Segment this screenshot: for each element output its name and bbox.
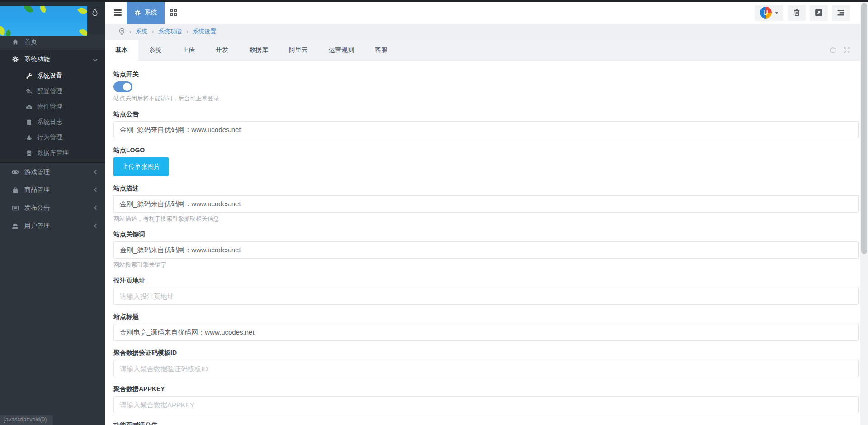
sidebar-item-system-logs[interactable]: 系统日志 [0, 114, 105, 130]
sidebar-item-products[interactable]: 商品管理 [0, 181, 105, 199]
field-label: 功能页喊话公告 [113, 421, 859, 425]
field-label: 站点LOGO [113, 146, 859, 154]
refresh-icon[interactable] [829, 47, 837, 54]
field-site-keywords: 站点关键词 网站搜索引擎关键字 [113, 230, 859, 269]
site-description-input[interactable] [113, 195, 859, 212]
leaf-decoration [77, 6, 87, 16]
breadcrumb-link-system-functions[interactable]: 系统功能 [158, 28, 182, 36]
field-hint: 网站描述，有利于搜索引擎抓取相关信息 [113, 215, 859, 222]
sidebar-item-announcements[interactable]: 发布公告 [0, 199, 105, 217]
tab-database[interactable]: 数据库 [239, 40, 278, 61]
field-betting-page-url: 投注页地址 [113, 276, 859, 305]
upload-image-button[interactable]: 上传单张图片 [113, 157, 169, 176]
expand-icon[interactable] [843, 47, 850, 54]
sidebar-item-users[interactable]: 用户管理 [0, 217, 105, 235]
shopping-bag-icon [11, 186, 19, 194]
sidebar-item-attachments[interactable]: 附件管理 [0, 99, 105, 114]
cloud-upload-icon [26, 104, 33, 110]
sidebar-item-behavior[interactable]: 行为管理 [0, 130, 105, 145]
sidebar-submenu: 系统设置 配置管理 附件管理 [0, 68, 105, 162]
site-keywords-input[interactable] [113, 241, 859, 259]
breadcrumb-link-system-settings[interactable]: 系统设置 [193, 28, 216, 36]
field-function-page-notice: 功能页喊话公告 [113, 421, 859, 425]
tab-operation-rules[interactable]: 运营规则 [318, 40, 364, 61]
field-site-description: 站点描述 网站描述，有利于搜索引擎抓取相关信息 [113, 184, 859, 222]
sidebar-item-config[interactable]: 配置管理 [0, 84, 105, 99]
site-switch-toggle[interactable] [113, 81, 132, 92]
tab-basic[interactable]: 基本 [105, 40, 138, 61]
field-label: 站点公告 [113, 110, 859, 118]
window-top-strip [0, 0, 868, 2]
chevron-down-icon [93, 57, 98, 62]
field-label: 站点标题 [113, 312, 859, 321]
sidebar-item-label: 首页 [24, 38, 37, 46]
trash-button[interactable] [788, 5, 806, 21]
hamburger-icon[interactable] [108, 2, 127, 24]
tabbar-tools [829, 40, 850, 61]
sidebar-item-home[interactable]: 首页 [0, 34, 105, 50]
home-icon [11, 38, 19, 46]
field-label: 站点描述 [113, 184, 859, 192]
list-button[interactable] [832, 5, 850, 21]
sidebar-item-label: 系统功能 [24, 55, 50, 63]
leaf-decoration [39, 6, 47, 13]
tab-customer-service[interactable]: 客服 [364, 40, 398, 61]
sidebar-item-label: 游戏管理 [24, 168, 50, 176]
field-site-switch: 站点开关 站点关闭后将不能访问，后台可正常登录 [113, 70, 859, 102]
field-site-announcement: 站点公告 [113, 110, 859, 138]
tab-aliyun[interactable]: 阿里云 [278, 40, 318, 61]
newspaper-icon [11, 204, 19, 212]
external-link-icon [815, 9, 823, 17]
juhe-appkey-input[interactable] [113, 396, 859, 413]
breadcrumb-separator: › [186, 28, 188, 35]
chevron-left-icon [94, 224, 99, 228]
main-area: 系统 U › 系统 › 系统功能 › [105, 2, 860, 425]
tab-system[interactable]: 系统 [138, 40, 172, 61]
tab-upload[interactable]: 上传 [172, 40, 205, 61]
sidebar-item-system-settings[interactable]: 系统设置 [0, 68, 105, 84]
browser-status-text: javascript:void(0) [0, 415, 53, 425]
sidebar: 首页 系统功能 系统设置 [0, 0, 105, 425]
breadcrumb-separator: › [152, 28, 154, 35]
site-announcement-input[interactable] [113, 121, 859, 138]
sidebar-item-games[interactable]: 游戏管理 [0, 163, 105, 181]
sidebar-header [0, 0, 105, 34]
field-site-title: 站点标题 [113, 312, 859, 341]
chevron-left-icon [94, 206, 99, 210]
page-scrollbar[interactable] [860, 2, 868, 425]
map-marker-icon [119, 28, 125, 35]
sidebar-menu: 首页 系统功能 系统设置 [0, 34, 105, 235]
breadcrumb-link-system[interactable]: 系统 [136, 28, 147, 36]
book-icon [26, 119, 33, 126]
tab-develop[interactable]: 开发 [205, 40, 239, 61]
juhe-captcha-template-id-input[interactable] [113, 360, 859, 377]
user-avatar-dropdown[interactable]: U [755, 5, 783, 21]
apps-grid-icon[interactable] [165, 2, 183, 24]
topbar-tab-label: 系统 [145, 9, 157, 17]
sidebar-item-label: 商品管理 [24, 186, 50, 194]
sidebar-item-label: 系统日志 [37, 118, 62, 126]
field-label: 聚合数据APPKEY [113, 385, 859, 393]
settings-form: 站点开关 站点关闭后将不能访问，后台可正常登录 站点公告 站点LOGO 上传单张… [105, 61, 860, 425]
site-title-input[interactable] [113, 324, 859, 341]
leaf-decoration [24, 6, 33, 14]
sidebar-item-label: 数据库管理 [37, 149, 69, 157]
field-juhe-appkey: 聚合数据APPKEY [113, 385, 859, 413]
topbar-tab-system[interactable]: 系统 [127, 2, 165, 24]
sidebar-item-database[interactable]: 数据库管理 [0, 145, 105, 161]
field-site-logo: 站点LOGO 上传单张图片 [113, 146, 859, 176]
scrollbar-thumb[interactable] [861, 3, 867, 254]
gear-icon [11, 56, 19, 63]
chevron-left-icon [94, 170, 99, 175]
field-juhe-captcha-template-id: 聚合数据验证码模板ID [113, 349, 859, 377]
external-link-button[interactable] [810, 5, 828, 21]
betting-page-url-input[interactable] [113, 288, 859, 305]
droplet-icon[interactable] [87, 6, 103, 20]
database-icon [26, 150, 33, 156]
sidebar-item-label: 配置管理 [37, 87, 62, 95]
field-label: 聚合数据验证码模板ID [113, 349, 859, 357]
bug-icon [26, 134, 33, 141]
sidebar-item-system-functions[interactable]: 系统功能 [0, 50, 105, 68]
breadcrumb: › 系统 › 系统功能 › 系统设置 [105, 24, 860, 40]
site-logo-banner[interactable] [0, 6, 87, 36]
